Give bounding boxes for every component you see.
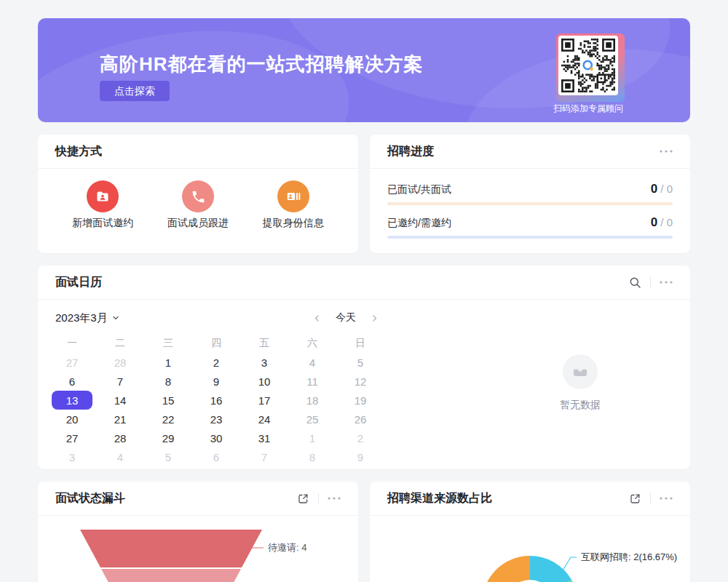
quick-actions-title: 快捷方式 (55, 144, 102, 159)
hr-dashboard: 高阶HR都在看的一站式招聘解决方案 点击探索 扫码添加专属顾问 快捷方式 新增面… (0, 0, 728, 582)
weekday-header: 三 (144, 334, 192, 353)
quick-action-label: 提取身份信息 (263, 217, 324, 230)
quick-action-add-interview-invite[interactable]: 新增面试邀约 (55, 180, 151, 230)
progress-row-label: 已面试/共面试 (387, 183, 451, 196)
calendar-day-4[interactable]: 4 (288, 353, 336, 372)
today-button[interactable]: 今天 (336, 311, 356, 324)
calendar-day-8[interactable]: 8 (144, 372, 192, 391)
weekday-header: 日 (336, 334, 384, 353)
calendar-day-11[interactable]: 11 (288, 372, 336, 391)
export-icon[interactable] (629, 493, 641, 505)
empty-state-circle (563, 354, 598, 389)
funnel-card: 面试状态漏斗 待邀请: 4 (38, 482, 358, 582)
calendar-day-23[interactable]: 23 (192, 410, 240, 428)
calendar-day-31[interactable]: 31 (240, 428, 288, 447)
calendar-day-20[interactable]: 20 (48, 410, 96, 428)
quick-actions-card: 快捷方式 新增面试邀约面试成员跟进提取身份信息 (38, 135, 358, 253)
calendar-day-28[interactable]: 28 (96, 353, 144, 372)
calendar-day-9[interactable]: 9 (192, 372, 240, 391)
calendar-day-3[interactable]: 3 (48, 447, 96, 466)
progress-row-invited: 已邀约/需邀约0 / 0 (387, 215, 673, 239)
pie-chart-svg: 互联网招聘: 2(16.67%) (370, 516, 690, 582)
promo-banner: 高阶HR都在看的一站式招聘解决方案 点击探索 扫码添加专属顾问 (38, 18, 690, 122)
calendar-day-7[interactable]: 7 (240, 447, 288, 466)
calendar-day-1[interactable]: 1 (144, 353, 192, 372)
quick-actions-header: 快捷方式 (38, 135, 358, 169)
qr-code-inner (558, 36, 618, 95)
progress-row-label: 已邀约/需邀约 (387, 217, 451, 230)
weekday-header: 五 (240, 334, 288, 353)
calendar-day-5[interactable]: 5 (144, 447, 192, 466)
calendar-card: 面试日历 2023年3月 (38, 266, 690, 469)
progress-bar-track (387, 236, 673, 239)
divider (318, 493, 319, 503)
quick-action-extract-identity-info[interactable]: 提取身份信息 (245, 180, 341, 230)
calendar-day-24[interactable]: 24 (240, 410, 288, 428)
ellipsis-icon[interactable] (660, 150, 673, 153)
progress-row-interviewed: 已面试/共面试0 / 0 (387, 182, 673, 205)
calendar-day-25[interactable]: 25 (288, 410, 336, 428)
funnel-header: 面试状态漏斗 (38, 482, 358, 516)
calendar-day-13-selected[interactable]: 13 (48, 391, 96, 410)
calendar-day-27[interactable]: 27 (48, 353, 96, 372)
weekday-header: 一 (48, 334, 96, 353)
calendar-area: 2023年3月 今天 一二三四五六日2728123456789101112131… (48, 309, 384, 466)
channels-header: 招聘渠道来源数占比 (370, 482, 690, 516)
calendar-day-12[interactable]: 12 (336, 372, 384, 391)
id-card-icon (277, 180, 309, 212)
progress-row-value: 0 / 0 (651, 215, 673, 230)
calendar-day-21[interactable]: 21 (96, 410, 144, 428)
calendar-day-2[interactable]: 2 (192, 353, 240, 372)
quick-action-label: 新增面试邀约 (72, 217, 133, 230)
explore-button[interactable]: 点击探索 (100, 81, 170, 101)
calendar-day-22[interactable]: 22 (144, 410, 192, 428)
calendar-day-4[interactable]: 4 (96, 447, 144, 466)
calendar-nav: 今天 (313, 311, 379, 324)
progress-header: 招聘进度 (370, 135, 690, 169)
calendar-title: 面试日历 (55, 275, 102, 290)
calendar-day-18[interactable]: 18 (288, 391, 336, 410)
funnel-title: 面试状态漏斗 (55, 491, 125, 506)
next-month-icon[interactable] (371, 314, 379, 322)
qr-caption: 扫码添加专属顾问 (546, 103, 630, 115)
calendar-day-6[interactable]: 6 (192, 447, 240, 466)
calendar-month-label: 2023年3月 (55, 311, 108, 325)
calendar-day-10[interactable]: 10 (240, 372, 288, 391)
calendar-day-14[interactable]: 14 (96, 391, 144, 410)
calendar-day-26[interactable]: 26 (336, 410, 384, 428)
ellipsis-icon[interactable] (328, 497, 341, 500)
calendar-day-6[interactable]: 6 (48, 372, 96, 391)
progress-body: 已面试/共面试0 / 0已邀约/需邀约0 / 0 (370, 169, 690, 239)
calendar-empty-state: 暂无数据 (507, 354, 653, 412)
export-icon[interactable] (297, 493, 309, 505)
calendar-day-2[interactable]: 2 (336, 428, 384, 447)
search-icon[interactable] (629, 276, 641, 289)
ellipsis-icon[interactable] (660, 497, 673, 500)
funnel-label: 待邀请: 4 (268, 542, 306, 553)
quick-action-label: 面试成员跟进 (167, 217, 229, 230)
calendar-day-27[interactable]: 27 (48, 428, 96, 447)
calendar-day-1[interactable]: 1 (288, 428, 336, 447)
calendar-day-28[interactable]: 28 (96, 428, 144, 447)
calendar-month-selector[interactable]: 2023年3月 (55, 311, 119, 325)
quick-action-interview-member-followup[interactable]: 面试成员跟进 (151, 180, 246, 230)
calendar-day-5[interactable]: 5 (336, 353, 384, 372)
ellipsis-icon[interactable] (660, 281, 673, 284)
channels-card: 招聘渠道来源数占比 互联网招聘: 2(16.67%) (370, 482, 690, 582)
weekday-header: 二 (96, 334, 144, 353)
calendar-day-19[interactable]: 19 (336, 391, 384, 410)
prev-month-icon[interactable] (313, 314, 321, 322)
calendar-day-8[interactable]: 8 (288, 447, 336, 466)
calendar-day-16[interactable]: 16 (192, 391, 240, 410)
calendar-day-17[interactable]: 17 (240, 391, 288, 410)
calendar-day-9[interactable]: 9 (336, 447, 384, 466)
calendar-day-29[interactable]: 29 (144, 428, 192, 447)
funnel-chart: 待邀请: 4 (38, 516, 358, 582)
calendar-day-3[interactable]: 3 (240, 353, 288, 372)
pie-label: 互联网招聘: 2(16.67%) (581, 551, 677, 562)
inbox-icon (571, 363, 589, 380)
calendar-day-30[interactable]: 30 (192, 428, 240, 447)
calendar-day-7[interactable]: 7 (96, 372, 144, 391)
progress-bar-track (387, 202, 673, 205)
calendar-day-15[interactable]: 15 (144, 391, 192, 410)
